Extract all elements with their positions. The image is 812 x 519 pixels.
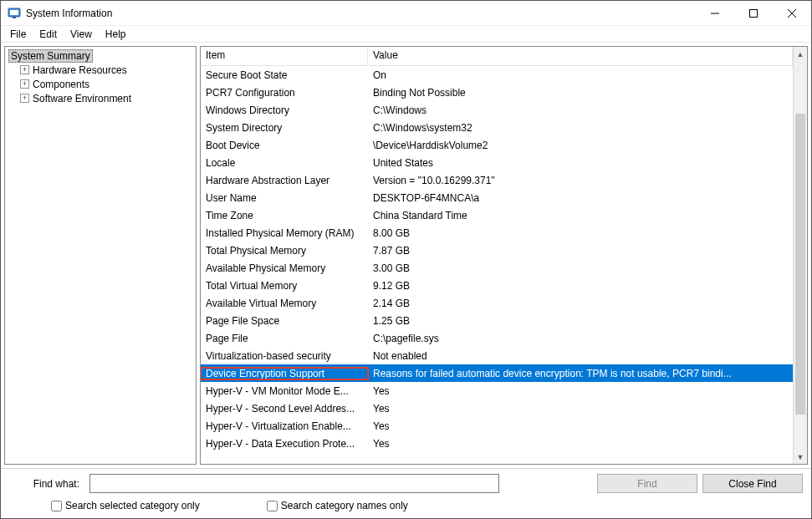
- checkbox-search-names[interactable]: Search category names only: [267, 500, 408, 511]
- cell-item: Installed Physical Memory (RAM): [201, 227, 368, 239]
- cell-item: Time Zone: [201, 210, 368, 221]
- cell-item: Page File Space: [201, 315, 368, 327]
- scroll-thumb[interactable]: [795, 114, 805, 415]
- details-list: Item Value Secure Boot StateOnPCR7 Confi…: [200, 46, 808, 465]
- svg-rect-1: [10, 10, 18, 15]
- find-label: Find what:: [9, 478, 84, 490]
- list-row[interactable]: PCR7 ConfigurationBinding Not Possible: [201, 84, 793, 101]
- cell-value: C:\Windows\system32: [368, 122, 793, 134]
- column-header-item[interactable]: Item: [201, 47, 368, 65]
- find-panel: Find what: Find Close Find Search select…: [1, 468, 811, 518]
- list-row[interactable]: Boot Device\Device\HarddiskVolume2: [201, 136, 793, 154]
- list-row[interactable]: User NameDESKTOP-6F4MNCA\a: [201, 189, 793, 206]
- tree-label: Components: [33, 79, 89, 90]
- list-row[interactable]: Installed Physical Memory (RAM)8.00 GB: [201, 224, 793, 242]
- list-row[interactable]: Hyper-V - VM Monitor Mode E...Yes: [201, 382, 793, 399]
- list-row[interactable]: Hyper-V - Second Level Addres...Yes: [201, 399, 793, 417]
- list-row[interactable]: Total Physical Memory7.87 GB: [201, 242, 793, 259]
- window-title: System Information: [26, 8, 112, 19]
- find-input[interactable]: [89, 474, 499, 493]
- maximize-button[interactable]: [734, 1, 773, 26]
- title-bar: System Information: [1, 1, 811, 26]
- cell-item: Hyper-V - Data Execution Prote...: [201, 438, 368, 450]
- minimize-button[interactable]: [696, 1, 734, 26]
- list-row[interactable]: Page FileC:\pagefile.sys: [201, 329, 793, 347]
- scroll-down-icon[interactable]: ▼: [794, 450, 807, 464]
- list-row[interactable]: Available Virtual Memory2.14 GB: [201, 294, 793, 312]
- cell-value: Yes: [368, 438, 793, 450]
- checkbox-input[interactable]: [267, 501, 278, 511]
- tree-root-system-summary[interactable]: System Summary: [5, 48, 196, 63]
- list-row[interactable]: Secure Boot StateOn: [201, 66, 793, 84]
- column-header-value[interactable]: Value: [368, 47, 793, 65]
- app-icon: [8, 7, 21, 20]
- tree-node[interactable]: +Components: [5, 77, 196, 91]
- cell-value: On: [368, 69, 793, 81]
- tree-node[interactable]: +Hardware Resources: [5, 63, 196, 77]
- cell-value: Version = "10.0.16299.371": [368, 175, 793, 186]
- cell-value: Not enabled: [368, 350, 793, 362]
- cell-value: United States: [368, 157, 793, 169]
- cell-item: System Directory: [201, 122, 368, 134]
- cell-value: 7.87 GB: [368, 245, 793, 257]
- list-header: Item Value: [201, 47, 793, 66]
- list-row[interactable]: Device Encryption SupportReasons for fai…: [201, 364, 793, 382]
- cell-item: Boot Device: [201, 140, 368, 151]
- cell-item: Virtualization-based security: [201, 350, 368, 362]
- cell-value: 8.00 GB: [368, 227, 793, 239]
- tree-label: Hardware Resources: [33, 64, 127, 76]
- checkbox-input[interactable]: [51, 501, 62, 511]
- vertical-scrollbar[interactable]: ▲ ▼: [793, 47, 807, 464]
- list-row[interactable]: LocaleUnited States: [201, 154, 793, 171]
- cell-item: Hyper-V - VM Monitor Mode E...: [201, 385, 368, 397]
- scroll-up-icon[interactable]: ▲: [794, 47, 807, 61]
- cell-value: \Device\HarddiskVolume2: [368, 140, 793, 151]
- cell-item: Hyper-V - Second Level Addres...: [201, 403, 368, 415]
- cell-value: 2.14 GB: [368, 298, 793, 309]
- cell-item: User Name: [201, 192, 368, 204]
- list-row[interactable]: Windows DirectoryC:\Windows: [201, 101, 793, 119]
- menu-edit[interactable]: Edit: [33, 27, 63, 42]
- navigation-tree[interactable]: System Summary +Hardware Resources+Compo…: [4, 46, 197, 465]
- close-find-button[interactable]: Close Find: [702, 474, 803, 493]
- cell-value: Reasons for failed automatic device encr…: [368, 368, 793, 379]
- expand-icon[interactable]: +: [20, 94, 29, 103]
- menu-file[interactable]: File: [4, 27, 32, 42]
- close-button[interactable]: [773, 1, 811, 26]
- cell-value: 1.25 GB: [368, 315, 793, 327]
- cell-item: Device Encryption Support: [201, 368, 368, 379]
- expand-icon[interactable]: +: [20, 65, 29, 74]
- find-button[interactable]: Find: [597, 474, 697, 493]
- cell-item: Hardware Abstraction Layer: [201, 175, 368, 186]
- list-row[interactable]: Time ZoneChina Standard Time: [201, 206, 793, 224]
- list-row[interactable]: Available Physical Memory3.00 GB: [201, 259, 793, 277]
- checkbox-label: Search selected category only: [65, 500, 200, 511]
- cell-value: 3.00 GB: [368, 262, 793, 274]
- menu-bar: File Edit View Help: [1, 26, 811, 43]
- list-row[interactable]: System DirectoryC:\Windows\system32: [201, 119, 793, 136]
- menu-help[interactable]: Help: [100, 27, 132, 42]
- svg-rect-4: [750, 9, 758, 17]
- checkbox-search-selected[interactable]: Search selected category only: [51, 500, 200, 511]
- list-row[interactable]: Hardware Abstraction LayerVersion = "10.…: [201, 171, 793, 189]
- tree-node[interactable]: +Software Environment: [5, 91, 196, 105]
- menu-view[interactable]: View: [64, 27, 98, 42]
- expand-icon[interactable]: +: [20, 79, 29, 89]
- main-content: System Summary +Hardware Resources+Compo…: [1, 43, 811, 468]
- cell-item: Windows Directory: [201, 104, 368, 116]
- cell-value: 9.12 GB: [368, 280, 793, 292]
- cell-value: DESKTOP-6F4MNCA\a: [368, 192, 793, 204]
- list-row[interactable]: Hyper-V - Data Execution Prote...Yes: [201, 435, 793, 452]
- cell-item: Total Virtual Memory: [201, 280, 368, 292]
- cell-value: Yes: [368, 385, 793, 397]
- list-row[interactable]: Total Virtual Memory9.12 GB: [201, 277, 793, 294]
- list-row[interactable]: Page File Space1.25 GB: [201, 312, 793, 329]
- cell-value: Binding Not Possible: [368, 87, 793, 99]
- cell-value: C:\Windows: [368, 104, 793, 116]
- cell-item: Hyper-V - Virtualization Enable...: [201, 420, 368, 432]
- cell-item: Total Physical Memory: [201, 245, 368, 257]
- checkbox-label: Search category names only: [281, 500, 408, 511]
- list-row[interactable]: Hyper-V - Virtualization Enable...Yes: [201, 417, 793, 435]
- tree-label: System Summary: [8, 49, 93, 63]
- list-row[interactable]: Virtualization-based securityNot enabled: [201, 347, 793, 364]
